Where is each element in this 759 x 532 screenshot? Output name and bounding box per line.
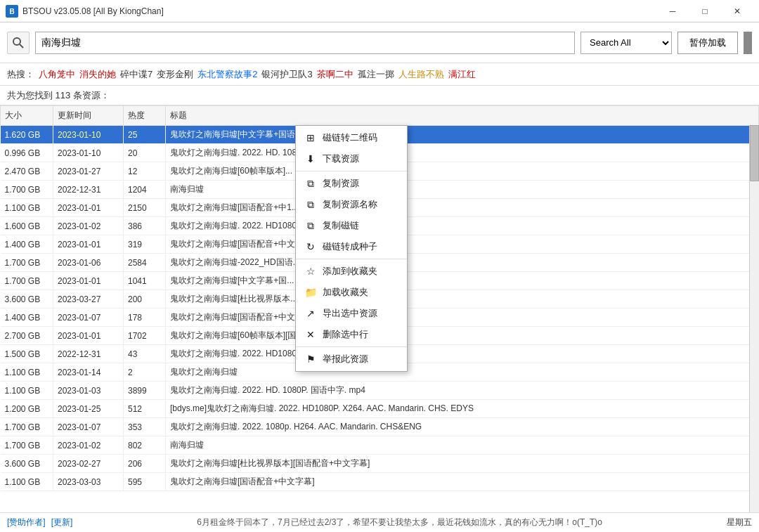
titlebar: B BTSOU v23.05.08 [All By KiongChan] ─ □…	[0, 0, 759, 22]
table-row[interactable]: 1.700 GB2023-01-02802南海归墟	[1, 436, 759, 455]
cell-date: 2023-01-06	[53, 254, 124, 272]
hot-tag-3[interactable]: 变形金刚	[157, 68, 193, 81]
cell-heat: 2584	[124, 254, 166, 272]
menu-item-label: 复制磁链	[323, 219, 359, 232]
pause-load-button[interactable]: 暂停加载	[677, 32, 738, 54]
table-row[interactable]: 1.100 GB2023-03-03595鬼吹灯之南海归墟[国语配音+中文字幕]	[1, 473, 759, 491]
hot-tag-9[interactable]: 满江红	[448, 68, 476, 81]
cell-date: 2023-01-02	[53, 217, 124, 235]
cell-title: 鬼吹灯之南海归墟[杜比视界版本][国语配音+中文字幕]	[166, 455, 759, 473]
hot-tag-2[interactable]: 碎中谍7	[120, 68, 153, 81]
cell-date: 2023-01-03	[53, 382, 124, 400]
hot-tag-6[interactable]: 茶啊二中	[317, 68, 353, 81]
table-row[interactable]: 1.700 GB2023-01-07353鬼吹灯之南海归墟. 2022. 108…	[1, 418, 759, 436]
update-link[interactable]: [更新]	[51, 517, 73, 528]
hot-tag-4[interactable]: 东北警察故事2	[197, 68, 257, 81]
menu-item-icon: ☆	[304, 265, 317, 278]
menu-item-label: 导出选中资源	[323, 307, 377, 320]
cell-date: 2022-12-31	[53, 345, 124, 363]
cell-title: 鬼吹灯之南海归墟. 2022. HD1080...	[166, 217, 759, 235]
menu-arrow-button[interactable]	[744, 32, 752, 54]
hot-tag-5[interactable]: 银河护卫队3	[261, 68, 312, 81]
context-menu-item[interactable]: 📁加载收藏夹	[296, 282, 407, 303]
cell-size: 1.700 GB	[1, 272, 53, 290]
table-row[interactable]: 3.600 GB2023-02-27206鬼吹灯之南海归墟[杜比视界版本][国语…	[1, 455, 759, 473]
cell-title: 鬼吹灯之南海归墟[国语配音+中文字幕]	[166, 473, 759, 491]
cell-heat: 1702	[124, 327, 166, 345]
context-menu-item[interactable]: ⬇下载资源	[296, 148, 407, 169]
menu-item-label: 举报此资源	[323, 353, 368, 365]
context-menu-item[interactable]: ⧉复制资源	[296, 173, 407, 194]
cell-date: 2023-01-01	[53, 199, 124, 217]
results-table-container: 大小 更新时间 热度 标题 1.620 GB2023-01-1025鬼吹灯之南海…	[0, 105, 759, 512]
cell-heat: 200	[124, 290, 166, 309]
cell-heat: 353	[124, 418, 166, 436]
menu-item-label: 复制资源	[323, 177, 359, 190]
cell-heat: 595	[124, 473, 166, 491]
context-menu-item[interactable]: ☆添加到收藏夹	[296, 261, 407, 282]
app-icon: B	[6, 5, 18, 18]
col-header-title[interactable]: 标题	[166, 106, 759, 126]
cell-heat: 206	[124, 455, 166, 473]
cell-heat: 12	[124, 162, 166, 181]
search-type-select[interactable]: Search All Search Title Search Hash	[580, 32, 672, 54]
searchbar: Search All Search Title Search Hash 暂停加载	[0, 22, 759, 63]
menu-item-label: 删除选中行	[323, 328, 368, 341]
menu-item-icon: ⚑	[304, 353, 317, 365]
sponsor-link[interactable]: [赞助作者]	[7, 517, 46, 528]
hot-tag-1[interactable]: 消失的她	[79, 68, 116, 81]
cell-title: 鬼吹灯之南海归墟-2022_HD国语...	[166, 254, 759, 272]
cell-heat: 512	[124, 400, 166, 418]
search-input[interactable]	[35, 32, 575, 54]
table-row[interactable]: 1.100 GB2023-01-033899鬼吹灯之南海归墟. 2022. HD…	[1, 382, 759, 400]
minimize-button[interactable]: ─	[656, 0, 689, 22]
context-menu-item[interactable]: ⚑举报此资源	[296, 349, 407, 370]
menu-divider	[296, 259, 407, 259]
cell-date: 2023-03-03	[53, 473, 124, 491]
hotsearch-label: 热搜：	[7, 68, 34, 81]
close-button[interactable]: ✕	[721, 0, 753, 22]
menu-item-label: 磁链转成种子	[323, 240, 377, 253]
cell-heat: 25	[124, 126, 166, 144]
cell-size: 1.400 GB	[1, 235, 53, 254]
hotsearch-bar: 热搜： 八角笼中 消失的她 碎中谍7 变形金刚 东北警察故事2 银河护卫队3 茶…	[0, 63, 759, 86]
cell-title: 鬼吹灯之南海归墟	[166, 363, 759, 382]
menu-item-label: 添加到收藏夹	[323, 265, 377, 278]
context-menu-item[interactable]: ⧉复制资源名称	[296, 194, 407, 215]
context-menu-item[interactable]: ⊞磁链转二维码	[296, 127, 407, 148]
statusbar-day: 星期五	[727, 517, 752, 528]
context-menu-item[interactable]: ⧉复制磁链	[296, 215, 407, 236]
menu-item-label: 加载收藏夹	[323, 286, 368, 299]
context-menu-item[interactable]: ↗导出选中资源	[296, 303, 407, 324]
col-header-size[interactable]: 大小	[1, 106, 53, 126]
menu-item-label: 磁链转二维码	[323, 131, 377, 144]
cell-size: 1.500 GB	[1, 345, 53, 363]
cell-heat: 319	[124, 235, 166, 254]
maximize-button[interactable]: □	[689, 0, 721, 22]
hot-tag-8[interactable]: 人生路不熟	[398, 68, 444, 81]
menu-item-label: 下载资源	[323, 153, 359, 165]
search-icon-button[interactable]	[7, 32, 30, 54]
statusbar-left: [赞助作者] [更新]	[7, 517, 72, 528]
statusbar-message: 6月租金终于回本了，7月已经过去2/3了，希望不要让我垫太多，最近花钱如流水，真…	[72, 517, 727, 528]
hot-tag-7[interactable]: 孤注一掷	[358, 68, 394, 81]
svg-point-2	[13, 38, 20, 45]
menu-item-label: 复制资源名称	[323, 198, 377, 211]
context-menu-item[interactable]: ↻磁链转成种子	[296, 236, 407, 257]
cell-date: 2023-01-07	[53, 309, 124, 327]
cell-title: 鬼吹灯之南海归墟. 2022. HD1080P. 国语中字	[166, 345, 759, 363]
scrollbar-track[interactable]	[749, 125, 759, 512]
cell-title: 鬼吹灯之南海归墟. 2022. HD. 1080P. 国语中字. mp4	[166, 382, 759, 400]
cell-heat: 3899	[124, 382, 166, 400]
col-header-date[interactable]: 更新时间	[53, 106, 124, 126]
scrollbar-thumb[interactable]	[750, 125, 759, 181]
cell-title: 鬼吹灯之南海归墟[60帧率版本]...	[166, 162, 759, 181]
hot-tag-0[interactable]: 八角笼中	[39, 68, 75, 81]
context-menu-item[interactable]: ✕删除选中行	[296, 324, 407, 345]
cell-title: 鬼吹灯之南海归墟[中文字幕+国...	[166, 272, 759, 290]
cell-heat: 1204	[124, 181, 166, 199]
cell-title: 鬼吹灯之南海归墟[中文字幕+国语音轨] Che...	[166, 126, 759, 144]
table-row[interactable]: 1.200 GB2023-01-25512[bdys.me]鬼吹灯之南海归墟. …	[1, 400, 759, 418]
col-header-heat[interactable]: 热度	[124, 106, 166, 126]
cell-date: 2023-01-27	[53, 162, 124, 181]
